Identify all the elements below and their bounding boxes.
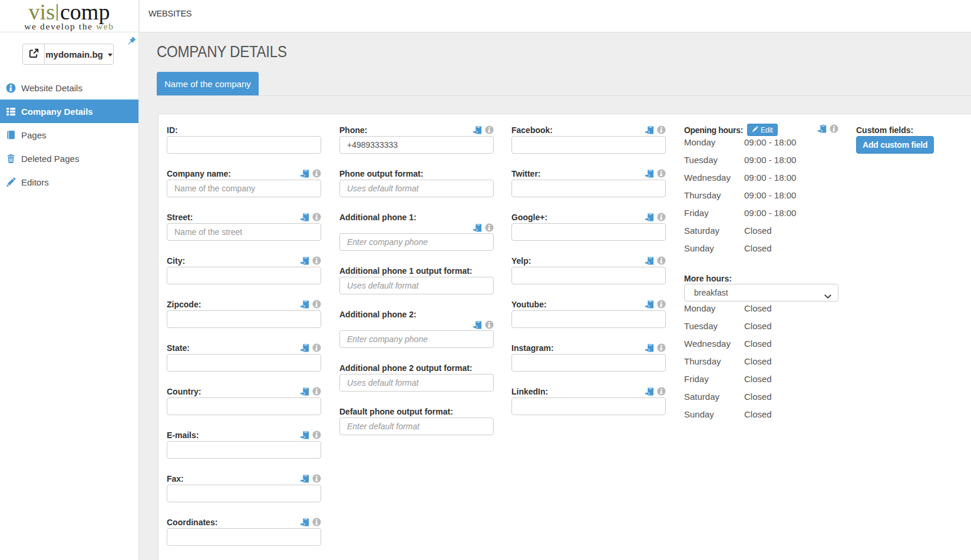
paste-icon[interactable] [300,169,309,178]
paste-icon[interactable] [645,343,654,353]
info-icon[interactable] [312,387,321,396]
paste-icon[interactable] [817,124,827,136]
paste-icon[interactable] [645,300,654,309]
field-label: Additional phone 2: [339,310,417,319]
domain-dropdown-button[interactable]: mydomain.bg [45,44,113,64]
paste-icon[interactable] [300,343,309,353]
add-custom-field-button[interactable]: Add custom field [856,136,934,154]
default-phone-output-format-input[interactable] [339,417,494,435]
day-row-saturday: SaturdayClosed [684,226,838,244]
additional-phone-1-input[interactable] [339,233,494,251]
paste-icon[interactable] [300,430,309,440]
info-icon[interactable] [312,256,321,265]
company-name-input[interactable] [167,180,321,197]
id-input[interactable] [167,136,321,154]
yelp-input[interactable] [511,267,666,284]
info-icon[interactable] [312,430,321,439]
paste-icon[interactable] [645,169,654,178]
additional-phone-1-output-format-input[interactable] [339,277,494,294]
sidebar-item-company-details[interactable]: Company Details [0,100,138,123]
info-icon[interactable] [312,169,321,178]
edit-opening-hours-button[interactable]: Edit [747,124,778,136]
phone-input[interactable] [339,136,494,154]
open-website-button[interactable] [23,44,45,64]
info-icon[interactable] [485,223,494,232]
field-label: City: [167,256,185,266]
paste-icon[interactable] [300,213,309,222]
list-icon [6,107,16,117]
tab-name-of-the-company[interactable]: Name of the company [157,72,259,95]
info-icon[interactable] [485,125,494,134]
info-icon[interactable] [830,124,838,135]
info-icon[interactable] [657,213,666,221]
day-hours: Closed [744,357,772,366]
paste-icon[interactable] [300,300,309,309]
brand-logo-text: viscomp [29,2,110,22]
linkedin-input[interactable] [511,397,666,415]
paste-icon[interactable] [300,256,309,266]
coordinates-input[interactable] [167,528,321,546]
paste-icon[interactable] [300,387,309,396]
info-icon[interactable] [312,518,321,526]
info-icon[interactable] [312,343,321,352]
day-hours: 09:00 - 18:00 [744,138,796,147]
state-input[interactable] [167,354,321,372]
form-column-3: Facebook:Twitter:Google+:Yelp:Youtube:In… [511,124,666,429]
more-hours-rows: MondayClosedTuesdayClosedWednesdayClosed… [684,304,838,428]
facebook-input[interactable] [511,136,666,154]
instagram-input[interactable] [511,354,666,372]
form-field-state: State: [167,342,321,372]
twitter-input[interactable] [511,180,666,197]
day-hours: Closed [744,304,772,313]
more-hours-select[interactable]: breakfast [684,284,838,301]
paste-icon[interactable] [473,125,482,135]
country-input[interactable] [167,397,321,415]
additional-phone-2-output-format-input[interactable] [339,374,494,392]
info-icon[interactable] [657,169,666,178]
info-icon[interactable] [657,343,666,352]
book-icon [6,130,16,140]
sidebar-item-editors[interactable]: Editors [0,170,138,194]
sidebar-item-label: Deleted Pages [21,154,79,164]
youtube-input[interactable] [511,310,666,328]
paste-icon[interactable] [473,223,482,233]
field-label: Country: [167,387,201,396]
info-icon[interactable] [312,213,321,221]
paste-icon[interactable] [645,125,654,135]
day-name: Sunday [684,410,744,419]
sidebar-item-label: Website Details [21,83,82,93]
info-icon[interactable] [657,125,666,134]
phone-output-format-input[interactable] [339,180,494,197]
field-label: LinkedIn: [511,387,548,396]
additional-phone-2-input[interactable] [339,330,494,348]
paste-icon[interactable] [300,518,309,527]
info-icon[interactable] [657,256,666,265]
paste-icon[interactable] [473,320,482,330]
google--input[interactable] [511,223,666,241]
fax-input[interactable] [167,485,321,502]
tab-bar: Name of the company [157,72,971,96]
field-label: Zipcode: [167,300,201,309]
pin-sidebar-icon[interactable] [125,36,137,48]
form-field-company-name: Company name: [167,168,321,197]
info-icon[interactable] [657,387,666,396]
info-icon[interactable] [485,320,494,329]
paste-icon[interactable] [645,213,654,222]
field-label: E-mails: [167,430,199,440]
zipcode-input[interactable] [167,310,321,328]
info-icon[interactable] [312,300,321,309]
paste-icon[interactable] [300,474,309,483]
sidebar-item-deleted-pages[interactable]: Deleted Pages [0,147,138,170]
city-input[interactable] [167,267,321,284]
day-row-thursday: ThursdayClosed [684,357,838,375]
sidebar-item-pages[interactable]: Pages [0,123,138,147]
field-label: Yelp: [511,256,531,266]
sidebar-item-website-details[interactable]: Website Details [0,76,138,100]
paste-icon[interactable] [645,256,654,266]
info-icon[interactable] [657,300,666,309]
info-icon[interactable] [312,474,321,483]
street-input[interactable] [167,223,321,241]
paste-icon[interactable] [645,387,654,396]
e-mails-input[interactable] [167,441,321,459]
form-field-instagram: Instagram: [511,342,666,372]
